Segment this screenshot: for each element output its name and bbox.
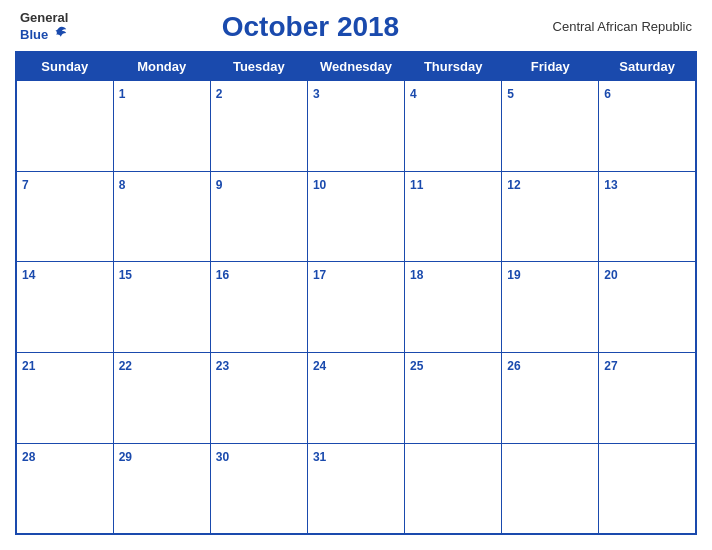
day-number: 24 — [313, 359, 326, 373]
day-number: 28 — [22, 450, 35, 464]
calendar-cell: 8 — [113, 171, 210, 262]
header-tuesday: Tuesday — [210, 52, 307, 81]
header-friday: Friday — [502, 52, 599, 81]
day-number: 27 — [604, 359, 617, 373]
day-number: 16 — [216, 268, 229, 282]
calendar-cell — [16, 81, 113, 172]
day-number: 3 — [313, 87, 320, 101]
day-number: 1 — [119, 87, 126, 101]
day-number: 29 — [119, 450, 132, 464]
calendar-cell: 23 — [210, 353, 307, 444]
calendar-cell: 18 — [405, 262, 502, 353]
day-number: 6 — [604, 87, 611, 101]
calendar-cell: 3 — [307, 81, 404, 172]
calendar-week-row: 21222324252627 — [16, 353, 696, 444]
day-number: 9 — [216, 178, 223, 192]
calendar-table: Sunday Monday Tuesday Wednesday Thursday… — [15, 51, 697, 535]
calendar-cell: 7 — [16, 171, 113, 262]
calendar-week-row: 123456 — [16, 81, 696, 172]
day-number: 14 — [22, 268, 35, 282]
month-title: October 2018 — [68, 11, 552, 43]
day-number: 18 — [410, 268, 423, 282]
calendar-cell: 28 — [16, 443, 113, 534]
day-number: 23 — [216, 359, 229, 373]
day-number: 8 — [119, 178, 126, 192]
day-number: 19 — [507, 268, 520, 282]
day-number: 4 — [410, 87, 417, 101]
country-label: Central African Republic — [553, 19, 692, 34]
weekday-header-row: Sunday Monday Tuesday Wednesday Thursday… — [16, 52, 696, 81]
header-wednesday: Wednesday — [307, 52, 404, 81]
calendar-cell: 30 — [210, 443, 307, 534]
logo-blue-text: Blue — [20, 25, 68, 43]
calendar-cell: 6 — [599, 81, 696, 172]
day-number: 7 — [22, 178, 29, 192]
calendar-header: General Blue October 2018 Central Africa… — [15, 10, 697, 43]
calendar-cell: 21 — [16, 353, 113, 444]
logo-general-text: General — [20, 10, 68, 25]
calendar-cell: 22 — [113, 353, 210, 444]
calendar-cell: 12 — [502, 171, 599, 262]
calendar-cell: 14 — [16, 262, 113, 353]
day-number: 20 — [604, 268, 617, 282]
calendar-cell — [599, 443, 696, 534]
calendar-cell: 16 — [210, 262, 307, 353]
calendar-cell: 24 — [307, 353, 404, 444]
header-monday: Monday — [113, 52, 210, 81]
calendar-cell: 15 — [113, 262, 210, 353]
day-number: 11 — [410, 178, 423, 192]
calendar-cell: 19 — [502, 262, 599, 353]
calendar-cell: 5 — [502, 81, 599, 172]
day-number: 10 — [313, 178, 326, 192]
day-number: 30 — [216, 450, 229, 464]
calendar-cell: 17 — [307, 262, 404, 353]
day-number: 25 — [410, 359, 423, 373]
day-number: 22 — [119, 359, 132, 373]
calendar-cell: 4 — [405, 81, 502, 172]
day-number: 31 — [313, 450, 326, 464]
header-sunday: Sunday — [16, 52, 113, 81]
logo: General Blue — [20, 10, 68, 43]
day-number: 26 — [507, 359, 520, 373]
calendar-cell: 29 — [113, 443, 210, 534]
calendar-cell: 25 — [405, 353, 502, 444]
calendar-week-row: 78910111213 — [16, 171, 696, 262]
calendar-cell: 31 — [307, 443, 404, 534]
day-number: 2 — [216, 87, 223, 101]
calendar-cell: 11 — [405, 171, 502, 262]
calendar-container: General Blue October 2018 Central Africa… — [0, 0, 712, 550]
calendar-cell: 2 — [210, 81, 307, 172]
calendar-cell: 26 — [502, 353, 599, 444]
logo-bird-icon — [50, 25, 68, 43]
day-number: 5 — [507, 87, 514, 101]
calendar-cell: 27 — [599, 353, 696, 444]
calendar-cell: 10 — [307, 171, 404, 262]
day-number: 21 — [22, 359, 35, 373]
day-number: 17 — [313, 268, 326, 282]
header-thursday: Thursday — [405, 52, 502, 81]
calendar-cell: 13 — [599, 171, 696, 262]
calendar-cell: 9 — [210, 171, 307, 262]
calendar-cell: 1 — [113, 81, 210, 172]
header-saturday: Saturday — [599, 52, 696, 81]
day-number: 15 — [119, 268, 132, 282]
calendar-week-row: 14151617181920 — [16, 262, 696, 353]
calendar-cell — [502, 443, 599, 534]
calendar-week-row: 28293031 — [16, 443, 696, 534]
day-number: 13 — [604, 178, 617, 192]
calendar-cell: 20 — [599, 262, 696, 353]
calendar-cell — [405, 443, 502, 534]
day-number: 12 — [507, 178, 520, 192]
